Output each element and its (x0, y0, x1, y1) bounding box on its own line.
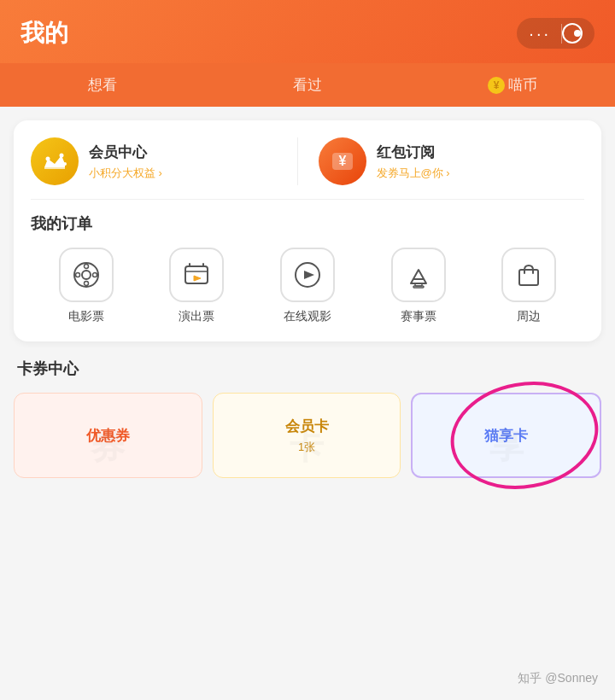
card-center-section: 卡券中心 券 优惠券 卡 会员卡 1张 享 猫享卡 (14, 359, 601, 478)
merch-label: 周边 (517, 309, 541, 324)
svg-point-10 (92, 273, 97, 277)
svg-point-1 (60, 154, 64, 158)
main-content: 会员中心 小积分大权益 › ¥ 红包订阅 发券马上@你 › (0, 107, 615, 492)
show-icon (169, 248, 224, 302)
order-show[interactable]: 演出票 (169, 248, 224, 324)
header-actions: ··· (517, 18, 594, 49)
order-sports[interactable]: 赛事票 (391, 248, 446, 324)
more-button[interactable]: ··· (529, 24, 562, 44)
sports-icon (391, 248, 446, 302)
online-icon (280, 248, 335, 302)
vip-icon (31, 137, 79, 185)
member-row: 会员中心 小积分大权益 › ¥ 红包订阅 发券马上@你 › (31, 137, 584, 185)
svg-marker-12 (194, 276, 201, 281)
vip-card-sub: 1张 (298, 440, 315, 455)
tab-miaobi[interactable]: ¥ 喵币 (410, 63, 615, 107)
svg-text:¥: ¥ (338, 154, 346, 168)
svg-rect-11 (185, 266, 208, 283)
red-title: 红包订阅 (377, 143, 450, 162)
movie-icon (59, 248, 114, 302)
record-button[interactable] (562, 23, 583, 44)
orders-title: 我的订单 (31, 213, 584, 234)
svg-point-8 (84, 282, 88, 286)
red-info: 红包订阅 发券马上@你 › (377, 143, 450, 181)
miao-label: 猫享卡 (484, 426, 528, 446)
miaobi-icon: ¥ (488, 77, 505, 94)
vip-card-label: 会员卡 (285, 417, 329, 436)
card-vip[interactable]: 卡 会员卡 1张 (213, 393, 401, 478)
svg-point-9 (75, 273, 79, 277)
svg-point-7 (84, 265, 88, 269)
order-merch[interactable]: 周边 (501, 248, 556, 324)
merch-icon (501, 248, 556, 302)
svg-rect-16 (413, 286, 424, 288)
card-miao[interactable]: 享 猫享卡 (411, 393, 601, 478)
sports-label: 赛事票 (401, 309, 436, 324)
vip-title: 会员中心 (89, 143, 162, 162)
red-sub: 发券马上@你 › (377, 166, 450, 181)
movie-label: 电影票 (68, 309, 104, 324)
card-discount[interactable]: 券 优惠券 (14, 393, 202, 478)
order-online[interactable]: 在线观影 (280, 248, 335, 324)
member-red-item[interactable]: ¥ 红包订阅 发券马上@你 › (297, 137, 585, 185)
card-grid: 券 优惠券 卡 会员卡 1张 享 猫享卡 (14, 393, 601, 478)
svg-point-5 (74, 263, 98, 287)
card-center-title: 卡券中心 (14, 359, 601, 379)
tabs-bar: 想看 看过 ¥ 喵币 (0, 63, 615, 107)
online-label: 在线观影 (284, 309, 331, 324)
header: 我的 ··· (0, 0, 615, 63)
vip-sub: 小积分大权益 › (89, 166, 162, 181)
svg-rect-17 (519, 270, 538, 285)
show-label: 演出票 (179, 309, 214, 324)
red-icon: ¥ (319, 137, 366, 185)
watermark: 知乎 @Sonney (518, 671, 598, 686)
order-grid: 电影票 演出票 (31, 248, 584, 324)
member-vip-item[interactable]: 会员中心 小积分大权益 › (31, 137, 297, 185)
discount-label: 优惠券 (86, 426, 130, 446)
divider (31, 199, 584, 200)
page-title: 我的 (20, 17, 68, 50)
tab-miaobi-label: 喵币 (508, 75, 537, 95)
orders-section: 我的订单 电影票 (31, 213, 584, 324)
svg-marker-14 (304, 271, 314, 279)
tab-watched[interactable]: 看过 (205, 63, 410, 107)
svg-point-0 (46, 157, 50, 161)
order-movie[interactable]: 电影票 (59, 248, 114, 324)
svg-point-6 (82, 271, 91, 279)
vip-info: 会员中心 小积分大权益 › (89, 143, 162, 181)
member-card: 会员中心 小积分大权益 › ¥ 红包订阅 发券马上@你 › (14, 120, 601, 341)
svg-point-2 (63, 162, 67, 166)
tab-want[interactable]: 想看 (0, 63, 205, 107)
